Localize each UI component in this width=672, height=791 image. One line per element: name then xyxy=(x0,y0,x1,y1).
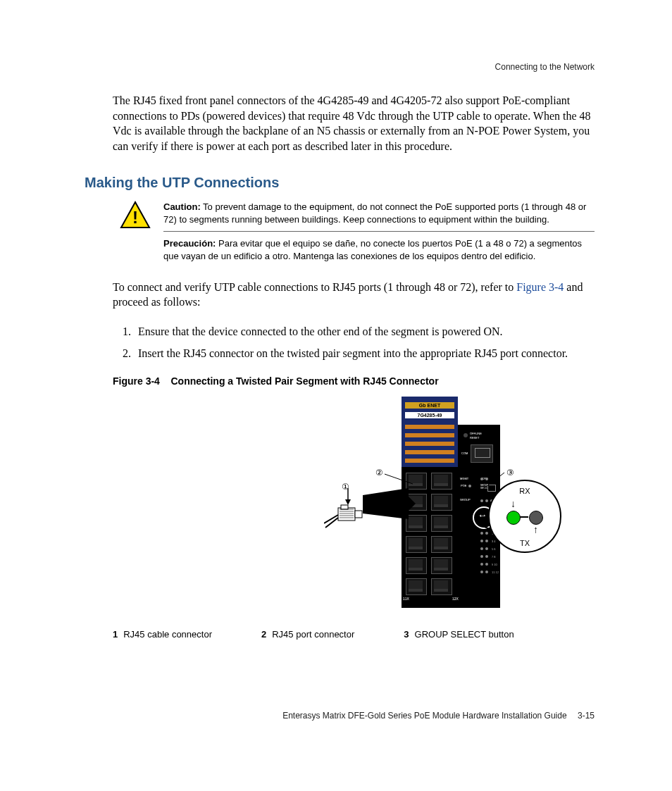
lead-in-a: To connect and verify UTP cable connecti… xyxy=(113,281,516,293)
footer-text: Enterasys Matrix DFE-Gold Series PoE Mod… xyxy=(282,711,567,721)
svg-line-16 xyxy=(385,474,413,484)
led-dark-icon xyxy=(529,511,543,525)
arrow-up-icon: ↓ xyxy=(533,525,538,536)
svg-marker-15 xyxy=(345,499,351,505)
arrow-down-icon: ↓ xyxy=(511,499,516,510)
caution-label-en: Caution: xyxy=(163,201,201,212)
port-label-12x: 12X xyxy=(452,597,459,601)
label-poe: POE xyxy=(461,484,466,487)
svg-rect-4 xyxy=(338,508,355,521)
callout-2: ② xyxy=(373,467,385,478)
label-reset: RESET xyxy=(470,436,479,440)
step-2: Insert the RJ45 connector on the twisted… xyxy=(134,346,595,361)
rj45-port-icon xyxy=(406,557,427,574)
rj45-port-icon xyxy=(406,536,427,553)
cable-insert-arrow-icon xyxy=(324,488,416,537)
caution-label-es: Precaución: xyxy=(163,238,216,249)
caution-block: ! Caution: To prevent damage to the equi… xyxy=(77,201,595,266)
label-rx: RX xyxy=(490,487,560,495)
caution-text-en: To prevent damage to the equipment, do n… xyxy=(163,201,586,225)
svg-marker-3 xyxy=(407,495,416,512)
device-label-gbenet: Gb ENET xyxy=(405,402,454,409)
rj45-port-icon xyxy=(431,473,452,490)
figure-link[interactable]: Figure 3-4 xyxy=(516,281,564,293)
label-mgmt: MGMT xyxy=(460,477,468,480)
rj45-port-icon xyxy=(431,536,452,553)
steps-list: Ensure that the device connected to the … xyxy=(77,324,595,361)
device-stripe xyxy=(405,433,454,437)
svg-text:!: ! xyxy=(132,208,138,227)
warning-triangle-icon: ! xyxy=(120,201,151,232)
callout-3: ③ xyxy=(504,467,516,478)
legend-item-3: 3GROUP SELECT button xyxy=(404,629,514,640)
step-1: Ensure that the device connected to the … xyxy=(134,324,595,340)
rj45-port-icon xyxy=(431,515,452,532)
page-number: 3-15 xyxy=(578,711,595,721)
lead-in-paragraph: To connect and verify UTP cable connecti… xyxy=(77,280,595,310)
figure-title: Connecting a Twisted Pair Segment with R… xyxy=(170,375,438,387)
caution-text-es: Para evitar que el equipo se dañe, no co… xyxy=(163,238,582,261)
rj45-port-icon xyxy=(431,578,452,595)
led-link-bar xyxy=(520,516,528,518)
svg-rect-5 xyxy=(355,511,362,518)
device-stripe xyxy=(405,450,454,454)
rj45-port-icon xyxy=(431,557,452,574)
com-port-icon xyxy=(471,444,493,463)
port-label-11x: 11X xyxy=(403,597,409,601)
page-footer: Enterasys Matrix DFE-Gold Series PoE Mod… xyxy=(0,711,595,721)
label-tx: TX xyxy=(490,539,560,547)
label-group: GROUP xyxy=(460,498,471,502)
figure-legend: 1RJ45 cable connector 2RJ45 port connect… xyxy=(77,629,595,640)
led-row xyxy=(468,485,471,487)
figure-caption: Figure 3-4 Connecting a Twisted Pair Seg… xyxy=(77,375,595,387)
running-header: Connecting to the Network xyxy=(77,62,595,72)
figure-diagram: Gb ENET 7G4285-49 OFFLINE RESET COM MGMT… xyxy=(218,397,595,622)
led-detail-lens: RX ↓ ↓ TX xyxy=(488,480,561,553)
device-stripe xyxy=(405,442,454,446)
reset-led-icon xyxy=(463,433,468,437)
intro-paragraph: The RJ45 fixed front panel connectors of… xyxy=(77,93,595,154)
led-green-icon xyxy=(506,511,521,525)
label-offline: OFFLINE xyxy=(470,432,482,435)
device-label-model: 7G4285-49 xyxy=(405,412,454,418)
device-stripe xyxy=(405,425,454,429)
rj45-port-icon xyxy=(431,494,452,511)
caution-divider xyxy=(163,231,595,232)
svg-rect-6 xyxy=(341,505,348,509)
svg-marker-2 xyxy=(363,488,409,519)
legend-item-1: 1RJ45 cable connector xyxy=(113,629,212,640)
section-heading: Making the UTP Connections xyxy=(77,175,595,191)
legend-item-2: 2RJ45 port connector xyxy=(261,629,354,640)
callout-1: ① xyxy=(340,481,351,492)
figure-number: Figure 3-4 xyxy=(113,375,160,387)
label-com: COM xyxy=(461,451,468,455)
rj45-port-icon xyxy=(406,578,427,595)
device-stripe xyxy=(405,459,454,463)
